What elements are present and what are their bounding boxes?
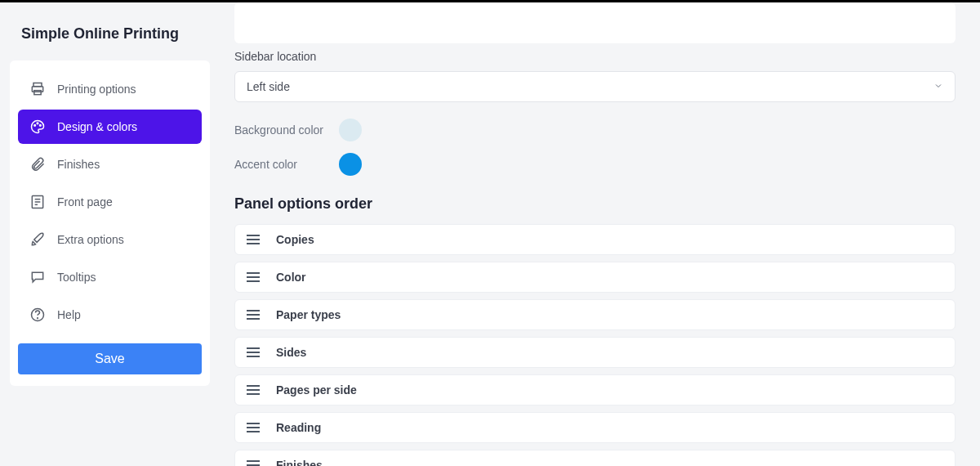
drag-handle-icon[interactable] — [247, 347, 260, 357]
panel-item[interactable]: Pages per side — [234, 374, 956, 406]
svg-point-3 — [34, 125, 36, 127]
panel-item-label: Paper types — [276, 308, 341, 321]
sidebar-item-finishes[interactable]: Finishes — [18, 147, 202, 181]
sidebar-item-label: Extra options — [57, 233, 124, 246]
drag-handle-icon[interactable] — [247, 423, 260, 432]
drag-handle-icon[interactable] — [247, 460, 260, 466]
drag-handle-icon[interactable] — [247, 272, 260, 282]
svg-point-4 — [37, 123, 38, 124]
dropdown-value: Left side — [247, 80, 290, 93]
chevron-down-icon — [933, 81, 943, 93]
sidebar-location-dropdown[interactable]: Left side — [234, 71, 956, 102]
panel-item[interactable]: Copies — [234, 224, 956, 255]
panel-item[interactable]: Reading — [234, 412, 956, 443]
panel-item-label: Finishes — [276, 459, 323, 466]
sidebar-location-label: Sidebar location — [234, 50, 956, 63]
drag-handle-icon[interactable] — [247, 385, 260, 395]
printer-icon — [29, 81, 46, 97]
sidebar-item-label: Help — [57, 308, 81, 321]
chat-icon — [29, 269, 46, 285]
panel-item[interactable]: Color — [234, 262, 956, 293]
sidebar-item-label: Tooltips — [57, 271, 96, 284]
sidebar-item-front-page[interactable]: Front page — [18, 185, 202, 219]
accent-color-row: Accent color — [234, 153, 956, 176]
app-title: Simple Online Printing — [10, 2, 210, 60]
sidebar-item-label: Printing options — [57, 83, 136, 96]
palette-icon — [29, 119, 46, 135]
background-color-row: Background color — [234, 119, 956, 141]
sidebar-item-tooltips[interactable]: Tooltips — [18, 260, 202, 294]
panel-item-label: Copies — [276, 233, 314, 246]
svg-point-11 — [38, 318, 38, 319]
accent-color-label: Accent color — [234, 158, 324, 171]
sidebar-item-design-colors[interactable]: Design & colors — [18, 110, 202, 144]
help-icon — [29, 307, 46, 323]
sidebar-item-printing-options[interactable]: Printing options — [18, 72, 202, 106]
paperclip-icon — [29, 156, 46, 173]
svg-rect-2 — [34, 91, 41, 95]
panel-item[interactable]: Finishes — [234, 450, 956, 466]
save-button[interactable]: Save — [18, 343, 202, 374]
sidebar-nav: Printing options Design & colors Fi — [10, 60, 210, 386]
panel-options-list: CopiesColorPaper typesSidesPages per sid… — [234, 224, 956, 466]
accent-color-swatch[interactable] — [339, 153, 362, 176]
panel-item[interactable]: Paper types — [234, 299, 956, 330]
panel-item-label: Reading — [276, 421, 321, 434]
sidebar: Simple Online Printing Printing options — [10, 2, 210, 466]
panel-item-label: Color — [276, 271, 306, 284]
drag-handle-icon[interactable] — [247, 310, 260, 320]
svg-point-5 — [40, 125, 42, 127]
background-color-swatch[interactable] — [339, 119, 362, 141]
main-card-top — [234, 2, 956, 43]
sidebar-item-label: Front page — [57, 195, 113, 208]
page-icon — [29, 194, 46, 210]
drag-handle-icon[interactable] — [247, 235, 260, 244]
panel-options-title: Panel options order — [234, 195, 956, 213]
panel-item[interactable]: Sides — [234, 337, 956, 368]
main-content: Sidebar location Left side Background co… — [210, 2, 980, 466]
panel-item-label: Pages per side — [276, 383, 357, 397]
sidebar-item-label: Design & colors — [57, 120, 137, 133]
background-color-label: Background color — [234, 123, 324, 137]
rocket-icon — [29, 231, 46, 248]
sidebar-item-help[interactable]: Help — [18, 298, 202, 332]
panel-item-label: Sides — [276, 346, 306, 359]
sidebar-item-label: Finishes — [57, 158, 100, 171]
sidebar-item-extra-options[interactable]: Extra options — [18, 222, 202, 257]
